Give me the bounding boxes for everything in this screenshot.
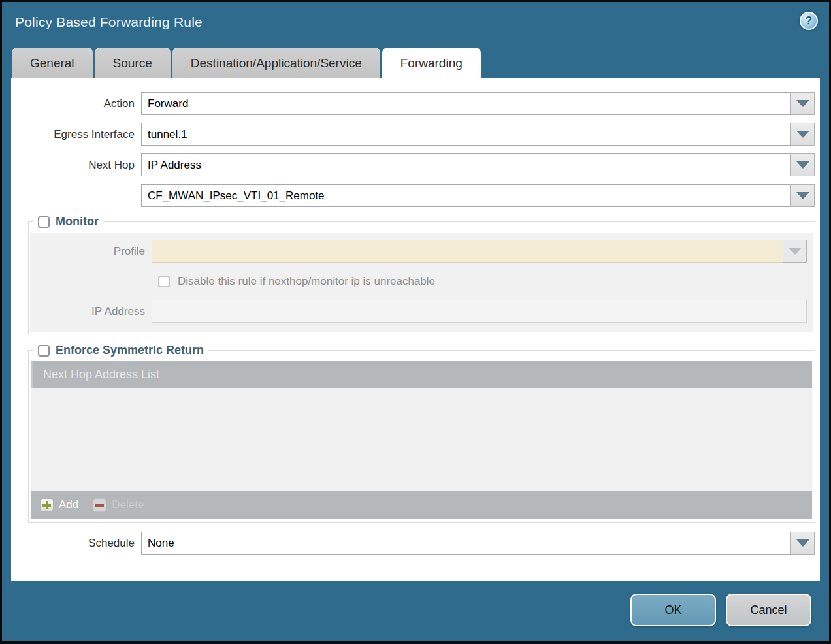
next-hop-address-list-header: Next Hop Address List <box>31 361 812 388</box>
policy-based-forwarding-dialog: Policy Based Forwarding Rule ? General S… <box>2 2 829 641</box>
monitor-group-body: Profile Disable this rule if nexthop/mon… <box>30 233 813 332</box>
forwarding-tab-panel: Action Forward Egress Interface tunnel.1… <box>11 78 820 581</box>
cancel-button[interactable]: Cancel <box>726 594 811 626</box>
chevron-down-icon <box>796 539 809 547</box>
schedule-dropdown-button[interactable] <box>790 532 815 555</box>
tab-label: Forwarding <box>400 56 463 71</box>
monitor-legend: Monitor <box>33 215 103 229</box>
help-icon[interactable]: ? <box>800 12 818 30</box>
schedule-label: Schedule <box>11 537 141 550</box>
egress-interface-select[interactable]: tunnel.1 <box>141 123 791 146</box>
profile-dropdown-button <box>783 240 807 263</box>
tab-forwarding[interactable]: Forwarding <box>382 48 481 78</box>
next-hop-address-select[interactable]: CF_MWAN_IPsec_VTI_01_Remote <box>141 184 791 207</box>
egress-interface-label: Egress Interface <box>11 128 141 141</box>
profile-label: Profile <box>30 245 152 258</box>
tab-label: Source <box>113 56 152 71</box>
schedule-select[interactable]: None <box>141 532 791 555</box>
chevron-down-icon <box>789 248 802 255</box>
tab-general[interactable]: General <box>12 48 93 78</box>
next-hop-address-row: CF_MWAN_IPsec_VTI_01_Remote <box>11 184 815 207</box>
delete-icon <box>93 498 106 512</box>
action-dropdown-button[interactable] <box>790 92 815 115</box>
monitor-ip-address-input <box>152 300 807 323</box>
monitor-checkbox[interactable] <box>38 216 50 228</box>
delete-button: Delete <box>93 498 144 512</box>
help-icon-glyph: ? <box>806 14 812 27</box>
tab-source[interactable]: Source <box>95 48 171 78</box>
schedule-row: Schedule None <box>11 532 815 555</box>
egress-interface-dropdown-button[interactable] <box>790 123 815 146</box>
enforce-symmetric-return-legend-label: Enforce Symmetric Return <box>56 344 204 357</box>
disable-rule-row: Disable this rule if nexthop/monitor ip … <box>158 270 807 293</box>
next-hop-address-dropdown-button[interactable] <box>790 184 815 207</box>
next-hop-select[interactable]: IP Address <box>141 153 791 176</box>
profile-row: Profile <box>30 240 807 263</box>
monitor-ip-address-label: IP Address <box>30 305 152 318</box>
next-hop-dropdown-button[interactable] <box>790 153 815 176</box>
egress-interface-row: Egress Interface tunnel.1 <box>11 123 815 146</box>
chevron-down-icon <box>796 161 809 169</box>
action-row: Action Forward <box>11 92 815 115</box>
enforce-symmetric-return-checkbox[interactable] <box>38 345 50 357</box>
enforce-symmetric-return-legend: Enforce Symmetric Return <box>33 344 208 357</box>
next-hop-address-list-footer: Add Delete <box>31 491 812 519</box>
profile-select <box>152 240 783 263</box>
dialog-footer: OK Cancel <box>630 594 811 626</box>
next-hop-address-list-body[interactable] <box>31 388 812 491</box>
dialog-title: Policy Based Forwarding Rule <box>15 14 203 30</box>
next-hop-address-list-table: Next Hop Address List Add Delete <box>31 361 812 519</box>
delete-button-label: Delete <box>112 498 144 511</box>
tab-bar: General Source Destination/Application/S… <box>12 48 820 78</box>
add-icon <box>40 498 54 512</box>
next-hop-row: Next Hop IP Address <box>11 153 815 176</box>
chevron-down-icon <box>796 131 809 138</box>
tab-label: General <box>30 56 74 71</box>
enforce-symmetric-return-group: Enforce Symmetric Return Next Hop Addres… <box>28 344 815 523</box>
disable-rule-checkbox <box>158 276 170 287</box>
disable-rule-label: Disable this rule if nexthop/monitor ip … <box>178 275 435 288</box>
tab-label: Destination/Application/Service <box>191 56 362 71</box>
chevron-down-icon <box>796 100 809 107</box>
action-select[interactable]: Forward <box>141 92 791 115</box>
chevron-down-icon <box>796 192 809 199</box>
add-button[interactable]: Add <box>40 498 78 512</box>
action-label: Action <box>11 97 141 110</box>
monitor-group: Monitor Profile Disable this rule if nex… <box>28 215 815 334</box>
monitor-legend-label: Monitor <box>56 215 99 229</box>
monitor-ip-address-row: IP Address <box>30 300 807 323</box>
add-button-label: Add <box>59 498 78 511</box>
tab-destination-application-service[interactable]: Destination/Application/Service <box>172 48 380 78</box>
ok-button[interactable]: OK <box>630 594 716 626</box>
next-hop-label: Next Hop <box>11 159 141 172</box>
